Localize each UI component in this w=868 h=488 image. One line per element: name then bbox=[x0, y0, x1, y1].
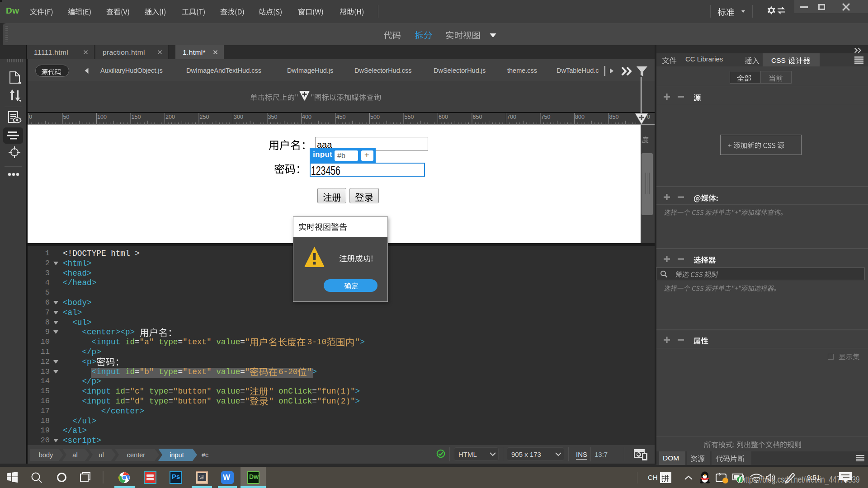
svg-text:300: 300 bbox=[234, 114, 243, 120]
svg-text:250: 250 bbox=[200, 114, 209, 120]
svg-text:50: 50 bbox=[63, 114, 70, 120]
svg-text:500: 500 bbox=[370, 114, 380, 120]
svg-text:750: 750 bbox=[541, 114, 551, 120]
svg-text:400: 400 bbox=[302, 114, 311, 120]
svg-text:800: 800 bbox=[575, 114, 585, 120]
svg-text:550: 550 bbox=[405, 114, 414, 120]
svg-text:0: 0 bbox=[29, 114, 32, 120]
svg-text:150: 150 bbox=[132, 114, 141, 120]
svg-text:200: 200 bbox=[165, 114, 175, 120]
svg-text:700: 700 bbox=[507, 114, 516, 120]
svg-text:650: 650 bbox=[473, 114, 482, 120]
svg-text:350: 350 bbox=[268, 114, 278, 120]
svg-text:100: 100 bbox=[97, 114, 107, 120]
svg-text:450: 450 bbox=[336, 114, 346, 120]
svg-text:850: 850 bbox=[609, 114, 619, 120]
svg-text:600: 600 bbox=[439, 114, 448, 120]
